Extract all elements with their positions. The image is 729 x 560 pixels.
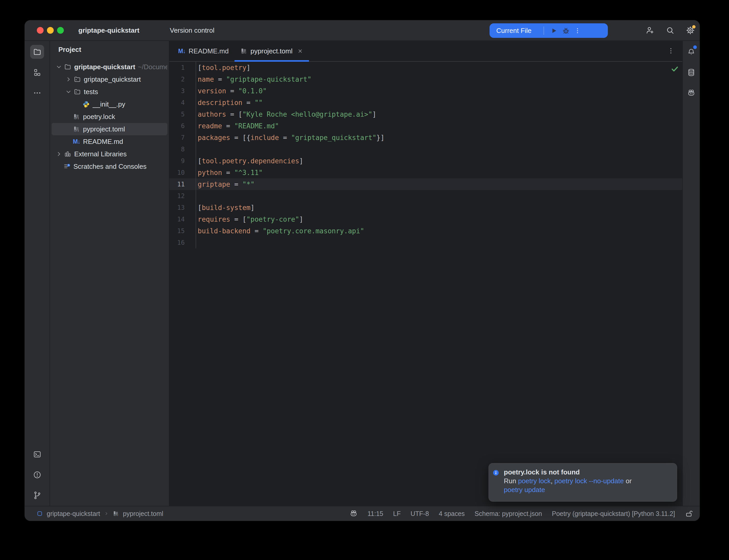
notification-body-line: Run poetry lock, poetry lock --no-update… [504,477,632,485]
tree-item-griptape-quickstart[interactable]: griptape-quickstart~/Docume [52,61,167,73]
status-caret-position[interactable]: 11:15 [368,510,384,517]
tree-item-poetry-lock[interactable]: [T]poetry.lock [52,110,167,123]
chevron-right-icon[interactable] [65,76,72,83]
database-icon [687,68,696,77]
chevron-down-icon [534,28,539,33]
terminal-icon [33,450,41,459]
code-line[interactable]: 14requires = ["poetry-core"] [169,213,682,225]
crumb-project[interactable]: griptape-quickstart [47,510,100,517]
more-icon [33,89,41,97]
status-encoding[interactable]: UTF-8 [411,510,429,517]
line-number: 11 [169,178,196,190]
minimize-window-button[interactable] [47,27,54,34]
tree-item-readme-md[interactable]: M↓README.md [52,135,167,148]
editor-tab-bar: M↓README.md[T]pyproject.toml [169,41,682,62]
editor-zone: M↓README.md[T]pyproject.toml 1[tool.poet… [169,41,682,506]
project-folder-icon [33,48,41,56]
svg-text:[T]: [T] [114,514,118,516]
editor-tab-readme-md[interactable]: M↓README.md [172,41,234,61]
debug-button[interactable] [562,27,570,35]
structure-icon [33,68,41,77]
chevron-down-icon[interactable] [65,88,72,95]
status-interpreter[interactable]: Poetry (griptape-quickstart) [Python 3.1… [552,510,675,517]
tool-stripe-terminal-button[interactable] [30,447,44,461]
write-access-unlock-icon[interactable] [685,509,693,518]
tree-item--init-py[interactable]: __init__.py [52,98,167,110]
line-number: 5 [169,108,196,120]
copilot-status-copilot-icon[interactable] [349,509,358,518]
code-line[interactable]: 11griptape = "*" [169,178,682,190]
code-line[interactable]: 12 [169,190,682,202]
status-line-separator[interactable]: LF [393,510,401,517]
code-line[interactable]: 2name = "griptape-quickstart" [169,73,682,85]
close-window-button[interactable] [37,27,44,34]
project-panel-header[interactable]: Project [50,41,169,58]
tool-stripe-problems-button[interactable] [30,468,44,482]
line-number: 13 [169,202,196,213]
run-config-selector[interactable]: Current File [496,27,532,35]
settings-icon[interactable] [686,26,695,35]
vcs-widget[interactable]: Version control [157,24,226,37]
tool-stripe-project-folder-button[interactable] [30,45,44,59]
tool-stripe-database-button[interactable] [685,65,698,79]
main-area: Project griptape-quickstart~/Documegript… [25,41,700,506]
code-line[interactable]: 15build-backend = "poetry.core.masonry.a… [169,225,682,237]
project-tool-window: Project griptape-quickstart~/Documegript… [50,41,169,506]
branch-icon [33,491,41,500]
code-line[interactable]: 1[tool.poetry] [169,62,682,73]
vcs-widget-label: Version control [170,26,214,34]
editor-tab-pyproject-toml[interactable]: [T]pyproject.toml [234,41,309,61]
code-line[interactable]: 10python = "^3.11" [169,167,682,178]
run-button[interactable] [550,27,558,35]
code-line[interactable]: 5authors = ["Kyle Roche <hello@griptape.… [169,108,682,120]
tool-stripe-structure-button[interactable] [30,65,44,79]
chevron-down-icon[interactable] [55,63,62,71]
code-line[interactable]: 16 [169,237,682,248]
markdown-icon: M↓ [178,47,185,55]
code-line[interactable]: 6readme = "README.md" [169,120,682,132]
notification-content: poetry.lock is not found Run poetry lock… [504,468,632,501]
tree-item-pyproject-toml[interactable]: [T]pyproject.toml [52,123,167,135]
tool-stripe-branch-button[interactable] [30,488,44,502]
search-icon[interactable] [666,26,675,35]
info-icon [493,469,500,476]
toml-icon: [T] [240,47,247,55]
close-icon[interactable] [297,48,303,54]
more-run-options-button[interactable] [574,27,581,35]
code-line[interactable]: 8 [169,143,682,155]
chevron-down-icon [142,27,148,33]
status-indent[interactable]: 4 spaces [439,510,465,517]
code-line[interactable]: 9[tool.poetry.dependencies] [169,155,682,167]
project-widget[interactable]: griptape-quickstart [75,24,151,37]
add-user-icon[interactable] [646,26,654,35]
tree-item-tests[interactable]: tests [52,86,167,98]
tree-item-label: README.md [83,138,123,146]
crumb-file[interactable]: pyproject.toml [123,510,163,517]
code-text: build-backend = "poetry.core.masonry.api… [196,227,364,235]
code-line[interactable]: 3version = "0.1.0" [169,85,682,97]
tab-label: pyproject.toml [250,47,293,55]
tool-stripe-copilot-button[interactable] [685,86,698,100]
markdown-icon: M↓ [73,138,80,145]
code-editor[interactable]: 1[tool.poetry]2name = "griptape-quicksta… [169,62,682,506]
code-line[interactable]: 7packages = [{include = "griptape_quicks… [169,132,682,143]
code-text: packages = [{include = "griptape_quickst… [196,134,385,142]
tree-item-external-libraries[interactable]: External Libraries [52,148,167,160]
tab-options-kebab-icon[interactable] [667,47,675,54]
project-widget-label: griptape-quickstart [78,26,140,34]
tool-stripe-notifications-bell-button[interactable] [685,45,698,59]
zoom-window-button[interactable] [57,27,64,34]
tree-item-scratches-and-consoles[interactable]: Scratches and Consoles [52,160,167,173]
code-line[interactable]: 4description = "" [169,97,682,108]
notification-link[interactable]: poetry update [504,486,545,494]
tree-item-label: tests [84,88,98,96]
chevron-right-icon[interactable] [55,150,62,158]
status-json-schema[interactable]: Schema: pyproject.json [475,510,542,517]
code-text: python = "^3.11" [196,169,262,177]
code-line[interactable]: 13[build-system] [169,202,682,213]
tree-item-label: griptape-quickstart [74,63,135,71]
tool-stripe-more-button[interactable] [30,86,44,100]
tree-item-griptape-quickstart[interactable]: griptape_quickstart [52,73,167,86]
notification-link[interactable]: poetry lock [518,477,551,485]
notification-link[interactable]: poetry lock --no-update [554,477,624,485]
